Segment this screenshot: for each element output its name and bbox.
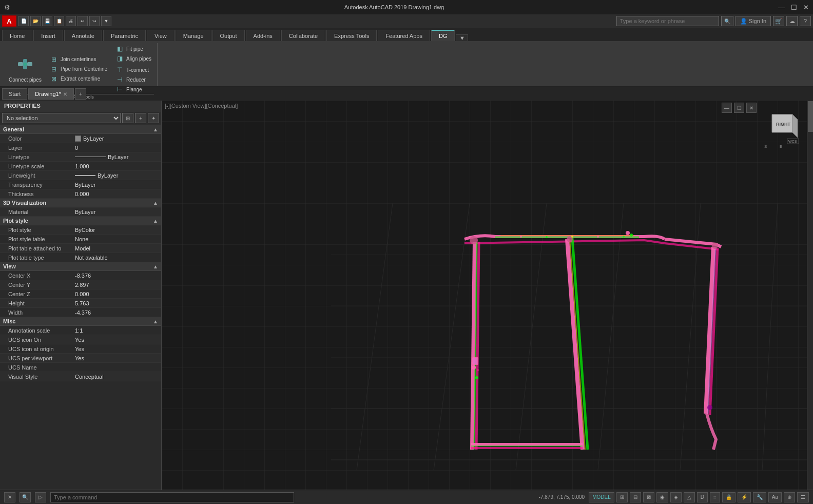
ribbon-tab-extra[interactable]: ▼ bbox=[456, 34, 468, 41]
viewport-close[interactable]: ✕ bbox=[746, 103, 757, 113]
lw-toggle[interactable]: ≡ bbox=[710, 492, 720, 502]
prop-row-ucs-per-viewport: UCS per viewport Yes bbox=[0, 354, 161, 363]
properties-panel: PROPERTIES No selection ⊞ + ✦ General ▲ … bbox=[0, 101, 162, 490]
qa-new[interactable]: 📄 bbox=[18, 16, 29, 26]
close-button[interactable]: ✕ bbox=[803, 4, 809, 11]
tab-home[interactable]: Home bbox=[2, 30, 32, 41]
join-centerlines-button[interactable]: ⊞ Join centerlines bbox=[49, 55, 110, 64]
polar-toggle[interactable]: ◉ bbox=[656, 492, 668, 502]
help-icon[interactable]: ? bbox=[800, 16, 811, 26]
viewport-scrollbar[interactable] bbox=[807, 101, 813, 490]
join-centerlines-icon: ⊞ bbox=[51, 56, 59, 63]
section-header-misc[interactable]: Misc ▲ bbox=[0, 317, 161, 326]
qa-dropdown[interactable]: ▼ bbox=[101, 16, 111, 26]
tab-start[interactable]: Start bbox=[2, 88, 27, 100]
tab-insert[interactable]: Insert bbox=[33, 30, 63, 41]
osnap-toggle[interactable]: △ bbox=[684, 492, 695, 502]
snap-toggle[interactable]: ⊟ bbox=[630, 492, 641, 502]
prop-row-width: Width -4.376 bbox=[0, 308, 161, 317]
ribbon-tabs: Home Insert Annotate Parametric View Man… bbox=[0, 28, 813, 41]
tp-toggle[interactable]: 🔒 bbox=[722, 492, 735, 502]
status-bar: ✕ 🔍 ▷ -7.879, 7.175, 0.000 MODEL ⊞ ⊟ ⊠ ◉… bbox=[0, 490, 813, 504]
viewport-minimize[interactable]: — bbox=[722, 103, 732, 113]
connect-pipes-button[interactable]: Connect pipes bbox=[5, 53, 45, 85]
tab-output[interactable]: Output bbox=[212, 30, 245, 41]
command-input[interactable] bbox=[50, 492, 294, 502]
ws-toggle[interactable]: ⊕ bbox=[784, 492, 795, 502]
tab-collaborate[interactable]: Collaborate bbox=[281, 30, 325, 41]
tab-parametric[interactable]: Parametric bbox=[103, 30, 146, 41]
prop-row-color: Color ByLayer bbox=[0, 134, 161, 143]
section-header-view[interactable]: View ▲ bbox=[0, 262, 161, 271]
selection-dropdown[interactable]: No selection bbox=[2, 113, 121, 123]
flange-icon: ⊢ bbox=[117, 86, 124, 93]
qp-toggle[interactable]: ⚡ bbox=[738, 492, 751, 502]
sc-toggle[interactable]: 🔧 bbox=[753, 492, 766, 502]
title-bar-title: Autodesk AutoCAD 2019 Drawing1.dwg bbox=[10, 4, 778, 10]
viewport-maximize[interactable]: ☐ bbox=[734, 103, 744, 113]
qa-saveas[interactable]: 📋 bbox=[54, 16, 64, 26]
ui-toggle[interactable]: ☰ bbox=[797, 492, 809, 502]
command-enter-button[interactable]: ▷ bbox=[35, 492, 46, 502]
section-header-3d-vis[interactable]: 3D Visualization ▲ bbox=[0, 199, 161, 207]
nav-cube[interactable]: RIGHT S E WCS bbox=[762, 107, 803, 153]
selection-toggle-button[interactable]: ⊞ bbox=[122, 113, 133, 123]
status-right: -7.879, 7.175, 0.000 MODEL ⊞ ⊟ ⊠ ◉ ◈ △ D… bbox=[539, 492, 809, 502]
prop-row-layer: Layer 0 bbox=[0, 143, 161, 152]
maximize-button[interactable]: ☐ bbox=[791, 4, 797, 11]
prop-row-plot-table-attached: Plot table attached to Model bbox=[0, 244, 161, 253]
section-header-general[interactable]: General ▲ bbox=[0, 125, 161, 134]
ribbon-group-3d-pipe: Connect pipes ⊞ Join centerlines ⊟ Pipe … bbox=[2, 43, 158, 86]
selection-quick-select[interactable]: ✦ bbox=[148, 113, 159, 123]
ortho-toggle[interactable]: ⊠ bbox=[643, 492, 654, 502]
tab-featuredapps[interactable]: Featured Apps bbox=[378, 30, 430, 41]
svg-point-36 bbox=[623, 236, 625, 238]
cart-icon[interactable]: 🛒 bbox=[773, 16, 784, 26]
t-connect-button[interactable]: ⊤ T-connect bbox=[114, 65, 154, 74]
minimize-button[interactable]: — bbox=[778, 4, 785, 11]
svg-point-21 bbox=[477, 369, 479, 371]
align-pipes-button[interactable]: ◨ Align pipes bbox=[114, 54, 154, 63]
qa-open[interactable]: 📂 bbox=[30, 16, 41, 26]
sign-in-button[interactable]: 👤 Sign In bbox=[735, 16, 771, 26]
app-logo[interactable]: A bbox=[2, 15, 16, 27]
pipe-from-centerline-button[interactable]: ⊟ Pipe from Centerline bbox=[49, 65, 110, 74]
svg-point-24 bbox=[626, 231, 630, 235]
model-space-button[interactable]: MODEL bbox=[589, 492, 614, 502]
tab-close-icon[interactable]: ✕ bbox=[63, 91, 67, 97]
tab-annotate[interactable]: Annotate bbox=[64, 30, 102, 41]
anno-toggle[interactable]: Aa bbox=[768, 492, 782, 502]
command-search-button[interactable]: 🔍 bbox=[20, 492, 31, 502]
tab-drawing1[interactable]: Drawing1* ✕ bbox=[28, 88, 74, 100]
search-button[interactable]: 🔍 bbox=[721, 16, 733, 26]
color-swatch[interactable] bbox=[75, 135, 81, 142]
grid-toggle[interactable]: ⊞ bbox=[616, 492, 628, 502]
flange-button[interactable]: ⊢ Flange bbox=[114, 85, 154, 94]
dyn-toggle[interactable]: D bbox=[697, 492, 708, 502]
qa-undo[interactable]: ↩ bbox=[78, 16, 88, 26]
linetype-preview bbox=[75, 157, 106, 157]
cloud-icon[interactable]: ☁ bbox=[786, 16, 798, 26]
qa-print[interactable]: 🖨 bbox=[66, 16, 76, 26]
reducer-button[interactable]: ⊣ Reducer bbox=[114, 75, 154, 84]
scrollbar-thumb[interactable] bbox=[808, 101, 813, 132]
isnap-toggle[interactable]: ◈ bbox=[670, 492, 682, 502]
tab-addins[interactable]: Add-ins bbox=[246, 30, 280, 41]
selection-add-button[interactable]: + bbox=[135, 113, 146, 123]
qa-redo[interactable]: ↪ bbox=[89, 16, 100, 26]
command-cancel-button[interactable]: ✕ bbox=[4, 492, 15, 502]
section-header-plot-style[interactable]: Plot style ▲ bbox=[0, 217, 161, 225]
search-input[interactable] bbox=[616, 16, 719, 26]
tab-manage[interactable]: Manage bbox=[176, 30, 211, 41]
tab-add-button[interactable]: + bbox=[75, 88, 86, 100]
tab-expresstools[interactable]: Express Tools bbox=[326, 30, 377, 41]
viewport[interactable]: [-][Custom View][Conceptual] bbox=[162, 101, 813, 490]
tab-dg[interactable]: DG bbox=[431, 30, 455, 41]
tab-view[interactable]: View bbox=[147, 30, 175, 41]
qa-save[interactable]: 💾 bbox=[42, 16, 52, 26]
extract-centerline-button[interactable]: ⊠ Extract centerline bbox=[49, 74, 110, 84]
align-pipes-icon: ◨ bbox=[117, 55, 124, 62]
fit-pipe-button[interactable]: ◧ Fit pipe bbox=[114, 44, 154, 53]
svg-point-35 bbox=[597, 236, 599, 238]
svg-point-33 bbox=[546, 236, 548, 238]
